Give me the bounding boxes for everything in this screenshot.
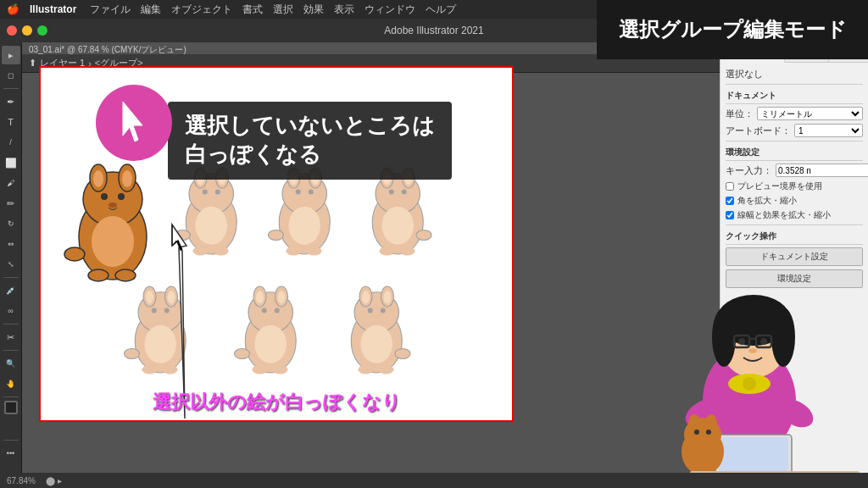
more-tools[interactable]: ••• <box>2 444 20 463</box>
apple-logo[interactable]: 🍎 <box>7 3 19 15</box>
tool-separator-1 <box>3 88 19 89</box>
type-tool[interactable]: T <box>2 113 20 131</box>
header-overlay-text: 選択グループ編集モード <box>619 16 847 43</box>
svg-point-54 <box>168 291 175 303</box>
unit-label: 単位： <box>726 108 754 120</box>
svg-point-55 <box>152 308 157 313</box>
annotation-line2: 白っぽくなる <box>185 141 435 169</box>
menu-effect[interactable]: 効果 <box>303 3 324 17</box>
svg-point-9 <box>92 216 134 267</box>
svg-point-70 <box>235 349 250 359</box>
window-title: Adobe Illustrator 2021 <box>384 25 483 36</box>
svg-point-34 <box>269 230 284 241</box>
svg-point-84 <box>379 365 394 374</box>
paintbrush-tool[interactable]: 🖌 <box>2 174 20 192</box>
annotation-line1: 選択していないところは <box>185 112 435 141</box>
file-info: 03_01.ai* @ 67.84 % (CMYK/プレビュー) <box>29 44 186 56</box>
menu-file[interactable]: ファイル <box>90 3 131 17</box>
canvas-area: 03_01.ai* @ 67.84 % (CMYK/プレビュー) ⬆ レイヤー … <box>22 42 720 488</box>
faded-char-6 <box>235 286 297 374</box>
artboard-select[interactable]: 1 <box>794 124 863 137</box>
svg-point-81 <box>361 325 393 363</box>
corner-checkbox-row: 角を拡大・縮小 <box>726 195 863 207</box>
svg-point-8 <box>108 202 117 208</box>
corner-checkbox[interactable] <box>726 197 734 205</box>
preview-checkbox-label: プレビュー境界を使用 <box>737 180 822 192</box>
svg-point-59 <box>142 365 158 374</box>
svg-point-4 <box>93 170 103 187</box>
menu-edit[interactable]: 編集 <box>141 3 161 17</box>
tool-separator-2 <box>3 277 19 278</box>
panel-divider-2 <box>726 141 863 141</box>
tool-separator-4 <box>3 350 19 351</box>
pencil-tool[interactable]: ✏ <box>2 194 20 213</box>
svg-point-19 <box>203 190 208 195</box>
hand-tool[interactable]: 🤚 <box>2 374 20 393</box>
selection-tool[interactable]: ▸ <box>2 46 20 64</box>
preview-checkbox[interactable] <box>726 182 734 191</box>
menu-select[interactable]: 選択 <box>273 3 293 17</box>
zoom-tool[interactable]: 🔍 <box>2 354 20 373</box>
svg-rect-112 <box>690 471 860 473</box>
pen-tool[interactable]: ✒ <box>2 92 20 111</box>
key-input-field[interactable] <box>776 164 868 177</box>
app-name-menu[interactable]: Illustrator <box>30 3 76 15</box>
no-selection-row: 選択なし <box>726 68 863 80</box>
eyedropper-tool[interactable]: 💉 <box>2 281 20 300</box>
svg-point-100 <box>743 377 756 391</box>
svg-point-20 <box>215 190 220 195</box>
stroke-checkbox-label: 線幅と効果を拡大・縮小 <box>737 209 831 221</box>
svg-point-68 <box>275 308 280 313</box>
minimize-button[interactable] <box>22 25 32 36</box>
mirror-tool[interactable]: ⇔ <box>2 235 20 253</box>
stroke-color[interactable] <box>2 418 20 436</box>
fill-color[interactable] <box>4 401 18 414</box>
svg-point-12 <box>115 269 136 281</box>
panel-divider-3 <box>726 225 863 225</box>
svg-point-21 <box>196 207 228 245</box>
svg-point-24 <box>214 247 229 256</box>
left-toolbar: ▸ ◻ ✒ T / ⬜ 🖌 ✏ ↻ ⇔ ⤡ 💉 ∞ ✂ 🔍 🤚 ••• <box>0 42 22 488</box>
svg-point-82 <box>395 349 410 359</box>
svg-rect-104 <box>719 437 788 473</box>
maximize-button[interactable] <box>37 25 47 36</box>
svg-point-11 <box>88 269 108 281</box>
header-overlay: 選択グループ編集モード <box>597 0 868 59</box>
scissors-tool[interactable]: ✂ <box>2 328 20 347</box>
menu-window[interactable]: ウィンドウ <box>364 3 415 17</box>
svg-point-80 <box>381 308 386 313</box>
svg-point-66 <box>278 291 286 303</box>
svg-point-7 <box>118 193 125 200</box>
rotate-tool[interactable]: ↻ <box>2 214 20 233</box>
rectangle-tool[interactable]: ⬜ <box>2 153 20 172</box>
line-tool[interactable]: / <box>2 133 20 152</box>
svg-point-110 <box>694 430 699 435</box>
faded-char-7 <box>351 286 410 374</box>
unit-select[interactable]: ミリメートル <box>757 107 863 120</box>
stroke-checkbox[interactable] <box>726 211 734 219</box>
blend-tool[interactable]: ∞ <box>2 302 20 320</box>
svg-point-83 <box>359 365 374 374</box>
menu-object[interactable]: オブジェクト <box>171 3 232 17</box>
menu-type[interactable]: 書式 <box>242 3 263 17</box>
svg-point-53 <box>146 291 153 303</box>
scale-tool[interactable]: ⤡ <box>2 255 20 274</box>
menu-view[interactable]: 表示 <box>334 3 354 17</box>
key-input-row: キー入力： <box>726 164 863 177</box>
corner-checkbox-label: 角を拡大・縮小 <box>737 195 797 207</box>
artboard-row: アートボード： 1 <box>726 124 863 137</box>
faded-char-5 <box>125 286 186 374</box>
svg-rect-92 <box>716 316 791 329</box>
cursor-tool-icon <box>113 97 155 148</box>
svg-point-96 <box>738 338 745 345</box>
annotation-box: 選択していないところは 白っぽくなる <box>168 102 452 180</box>
menu-help[interactable]: ヘルプ <box>426 3 456 17</box>
svg-point-58 <box>125 349 140 359</box>
zoom-level: 67.84% <box>7 476 36 485</box>
stroke-checkbox-row: 線幅と効果を拡大・縮小 <box>726 209 863 221</box>
svg-point-45 <box>382 207 415 245</box>
close-button[interactable] <box>7 25 17 36</box>
env-section-title: 環境設定 <box>726 147 863 161</box>
svg-point-35 <box>287 247 302 256</box>
direct-selection-tool[interactable]: ◻ <box>2 66 20 85</box>
